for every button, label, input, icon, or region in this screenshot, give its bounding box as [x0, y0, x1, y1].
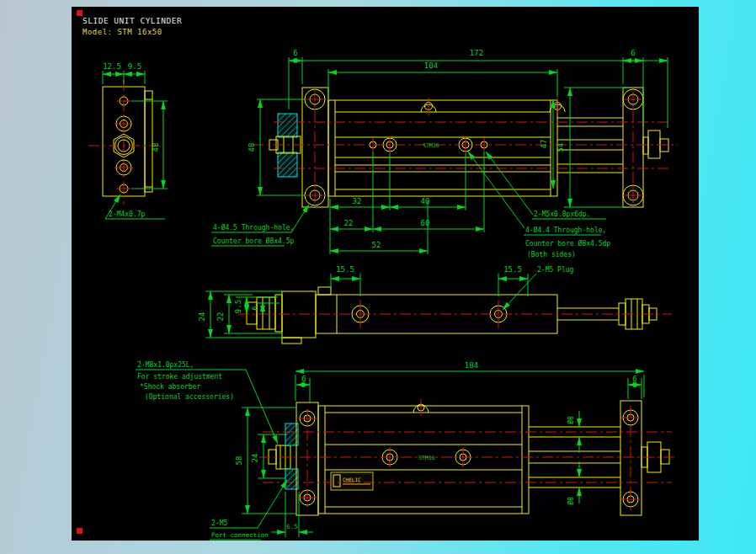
corner-marker-bottom	[77, 528, 83, 534]
drawing-canvas	[72, 7, 699, 541]
dim-rod-up: Ø8	[567, 416, 575, 424]
drawing-title: SLIDE UNIT CYLINDER	[83, 16, 182, 25]
cad-screenshot: SLIDE UNIT CYLINDER Model: STM 16x50 12.…	[0, 0, 756, 554]
callout-hole-right-1: 4-Ø4.4 Through-hole,	[525, 226, 606, 234]
dim-184: 184	[465, 361, 478, 370]
dim-52: 52	[372, 241, 381, 249]
dim-172: 172	[470, 49, 483, 57]
dim-15-5-right: 15.5	[503, 265, 522, 274]
corner-marker-top	[77, 10, 83, 16]
dim-15-5-left: 15.5	[336, 265, 354, 274]
drawing-model: Model: STM 16x50	[83, 28, 162, 36]
dim-24-front: 24	[198, 312, 206, 322]
dim-48-top: 48	[248, 143, 256, 152]
callout-hole-left-2: Counter bore Ø8x4.5p	[213, 237, 295, 245]
callout-adjust-1: 2-M8x1.0px25L,	[137, 361, 194, 369]
callout-adjust-3: *Shock absorber	[140, 383, 200, 391]
dim-6-left-top: 6	[293, 49, 297, 57]
callout-hole-right-3: (Both sides)	[527, 251, 576, 258]
dim-6-front: 6	[251, 306, 259, 310]
dim-32: 32	[353, 197, 362, 205]
dim-6-left-bottom: 6	[301, 375, 306, 383]
callout-adjust-2: For stroke adjustment	[137, 373, 222, 381]
callout-adjust-4: (Optional accessories)	[145, 393, 234, 401]
nameplate-text: CHELIC	[343, 477, 361, 482]
dim-6-right-bottom: 6	[632, 375, 636, 383]
dim-58: 58	[235, 456, 243, 466]
dim-9-5: 9.5	[128, 62, 141, 71]
dim-6-5: 6.5	[286, 523, 298, 530]
dim-6-right-top: 6	[631, 49, 635, 57]
dim-22-top: 22	[344, 219, 354, 227]
dim-22-front: 22	[216, 312, 225, 322]
callout-port-2: Port connection	[211, 531, 269, 539]
dim-104: 104	[424, 61, 438, 70]
callout-port-1: 2-M5	[211, 519, 227, 527]
dim-24-bottom: 24	[251, 454, 259, 463]
dim-47: 47	[540, 140, 548, 149]
dim-40: 40	[421, 197, 430, 205]
label-m4-thread: 2-M4x0.7p	[109, 210, 146, 218]
dim-54: 54	[556, 143, 565, 152]
body-marking-bottom: STM16	[418, 455, 435, 461]
nameplate: CHELIC	[331, 472, 373, 490]
callout-m5-plug: 2-M5 Plug	[537, 266, 574, 274]
dim-60: 60	[421, 219, 430, 227]
callout-hole-right-2: Counter bore Ø8x4.5dp	[525, 239, 610, 248]
callout-hole-left-1: 4-Ø4.5 Through-hole,	[213, 223, 294, 232]
callout-m5-thread: 2-M5x0.8px6dp.	[534, 210, 590, 218]
dim-rod-low: Ø8	[567, 497, 575, 505]
body-marking-top: STM16	[423, 142, 439, 149]
dim-9-5-front: 9.5	[234, 300, 242, 313]
dim-12-5: 12.5	[103, 62, 121, 71]
dim-48-side: 48	[152, 143, 160, 152]
